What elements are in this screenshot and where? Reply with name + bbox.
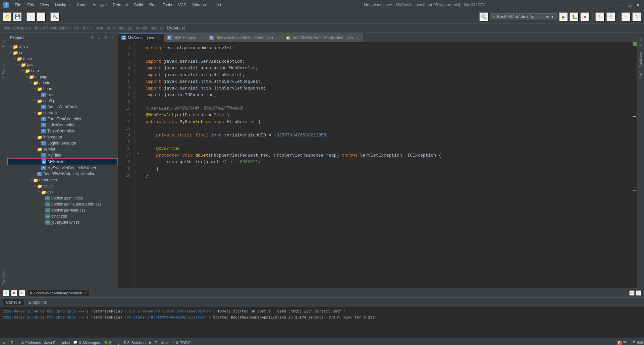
tree-item-2[interactable]: ▾📁main [7, 56, 118, 62]
panel-collapse-icon[interactable]: ≡ [96, 35, 102, 40]
toolbar-stop-btn[interactable]: ■ [580, 12, 590, 21]
status-java-enterprise[interactable]: Java Enterprise [43, 341, 71, 345]
run-tab-main[interactable]: ▶ Boot05WebAdminApplication × [28, 290, 89, 296]
code-content[interactable]: package com.atguigu.admin.servlet; impor… [142, 42, 632, 288]
toolbar-save-btn[interactable]: 💾 [13, 12, 22, 21]
tree-arrow-6[interactable]: ▾ [29, 81, 33, 85]
menu-help[interactable]: Help [210, 2, 224, 8]
status-spring[interactable]: 🌿 Spring [102, 340, 121, 345]
tree-item-7[interactable]: ▾📁bean [7, 86, 118, 92]
toolbar-git-btn[interactable]: ↕ [621, 12, 631, 21]
maximize-button[interactable]: □ [627, 2, 633, 8]
toolbar-settings-btn[interactable]: ⚙ [606, 12, 615, 21]
run-stop-btn[interactable]: ■ [11, 290, 17, 296]
tree-arrow-29[interactable] [41, 220, 45, 224]
breadcrumb-com[interactable]: com [107, 26, 115, 31]
tree-arrow-19[interactable] [37, 160, 41, 164]
menu-view[interactable]: View [38, 2, 52, 8]
status-todo[interactable]: ✓ 6: TODO [171, 340, 192, 345]
tree-arrow-28[interactable] [41, 214, 45, 218]
toolbar-build-btn[interactable]: 🔨 [50, 12, 60, 21]
ant-label[interactable]: Ant [638, 70, 643, 81]
database-label[interactable]: Database [638, 49, 643, 70]
tab-console[interactable]: Console [3, 299, 24, 305]
tree-arrow-20[interactable] [37, 166, 41, 170]
tree-arrow-9[interactable]: ▾ [33, 99, 37, 103]
tree-item-25[interactable]: cssbootstrap.min.css [7, 195, 118, 201]
maven-label[interactable]: Maven [638, 33, 643, 49]
tree-arrow-13[interactable] [37, 123, 41, 127]
tree-item-4[interactable]: ▾📁com [7, 68, 118, 74]
console-link-1[interactable]: o.s.b.w.embedded.tomcat.TomcatWebServer [124, 309, 211, 313]
status-messages[interactable]: 💬 0: Messages [72, 340, 101, 345]
tree-item-14[interactable]: CTableController [7, 128, 118, 134]
console-link-2[interactable]: com.atguigu.Boot05WebAdminApplication [124, 315, 206, 320]
sidebar-project-label[interactable]: 1: Project [1, 33, 6, 54]
status-services[interactable]: ⚙ 8: Services [122, 340, 147, 345]
tree-arrow-11[interactable]: ▾ [33, 111, 37, 115]
run-hide-btn[interactable]: — [636, 290, 641, 296]
breadcrumb-servlet[interactable]: servlet [151, 26, 163, 31]
tab-myservlet[interactable]: C MyServlet.java × [118, 33, 164, 42]
tree-item-12[interactable]: CFormTestController [7, 116, 118, 122]
tree-arrow-21[interactable] [33, 172, 37, 176]
panel-hide-icon[interactable]: × [110, 35, 115, 40]
tree-item-5[interactable]: ▾📁atguigu [7, 74, 118, 80]
tree-arrow-10[interactable] [37, 105, 41, 109]
tree-item-6[interactable]: ▾📁admin [7, 80, 118, 86]
tree-item-26[interactable]: cssbootstrap-fileupload.min.css [7, 201, 118, 207]
sidebar-structure-label[interactable]: 2: Structure [1, 57, 6, 81]
menu-tools[interactable]: Tools [160, 2, 175, 8]
sidebar-favorites-label[interactable]: Favorites [1, 268, 6, 288]
tab-myfilter-close[interactable]: × [198, 36, 202, 40]
breadcrumb-atguigu[interactable]: atguigu [119, 26, 132, 31]
tree-item-13[interactable]: CIndexController [7, 122, 118, 128]
tree-item-23[interactable]: ▾📁static [7, 183, 118, 189]
tree-arrow-23[interactable]: ▾ [33, 184, 37, 188]
breadcrumb-myservlet[interactable]: MyServlet [167, 26, 185, 31]
tree-arrow-18[interactable] [37, 153, 41, 157]
status-problems[interactable]: ⚠ Problems [19, 340, 42, 345]
tree-item-24[interactable]: ▾📁css [7, 189, 118, 195]
run-settings-gear[interactable]: ⚙ [629, 290, 635, 296]
tree-item-27[interactable]: cssbootstrap-reset.css [7, 207, 118, 213]
tree-item-21[interactable]: CBoot05WebAdminApplication [7, 171, 118, 177]
menu-vcs[interactable]: VCS [175, 2, 189, 8]
tree-item-10[interactable]: CAdminWebConfig [7, 104, 118, 110]
tree-arrow-17[interactable]: ▾ [33, 147, 37, 151]
tab-myservlet-close[interactable]: × [156, 36, 160, 40]
tab-endpoints[interactable]: Endpoints [25, 299, 50, 305]
toolbar-run-btn[interactable]: ▶ [559, 12, 568, 21]
tab-myswervlet[interactable]: C MySwervletContextListener.java × [206, 33, 283, 42]
toolbar-back-btn[interactable]: ← [26, 12, 36, 21]
tree-arrow-26[interactable] [41, 202, 45, 206]
tree-arrow-8[interactable] [37, 93, 41, 97]
breadcrumb-java[interactable]: java [96, 26, 103, 31]
breadcrumb-src[interactable]: src [73, 26, 79, 31]
tree-item-15[interactable]: ▾📁interceptor [7, 134, 118, 140]
tab-myswervlet-close[interactable]: × [275, 36, 279, 40]
tree-arrow-16[interactable] [37, 141, 41, 145]
tree-arrow-14[interactable] [37, 129, 41, 133]
close-button[interactable]: ✕ [635, 2, 641, 8]
tab-boot05[interactable]: ▶ Boot05WebAdminApplication.java × [283, 33, 363, 42]
tree-arrow-12[interactable] [37, 117, 41, 121]
tree-item-1[interactable]: ▾📁src [7, 50, 118, 56]
tree-item-19[interactable]: CMyServlet [7, 158, 118, 165]
tree-item-18[interactable]: CMyFilter [7, 152, 118, 158]
menu-code[interactable]: Code [74, 2, 89, 8]
tab-myfilter[interactable]: C MyFilter.java × [164, 33, 206, 42]
minimize-button[interactable]: ─ [619, 2, 625, 8]
tree-arrow-5[interactable]: ▾ [25, 75, 29, 79]
menu-refactor[interactable]: Refactor [110, 2, 131, 8]
tree-arrow-22[interactable]: ▾ [29, 178, 33, 182]
toolbar-git2-btn[interactable]: ⇅ [632, 12, 641, 21]
tree-arrow-25[interactable] [41, 196, 45, 200]
tree-arrow-3[interactable]: ▾ [17, 63, 21, 67]
toolbar-debug-btn[interactable]: 🐛 [570, 12, 579, 21]
run-rerun-btn[interactable]: ↻ [19, 290, 25, 296]
toolbar-forward-btn[interactable]: → [37, 12, 46, 21]
run-tab-close[interactable]: × [85, 291, 87, 295]
tree-arrow-1[interactable]: ▾ [9, 51, 13, 55]
menu-run[interactable]: Run [147, 2, 159, 8]
